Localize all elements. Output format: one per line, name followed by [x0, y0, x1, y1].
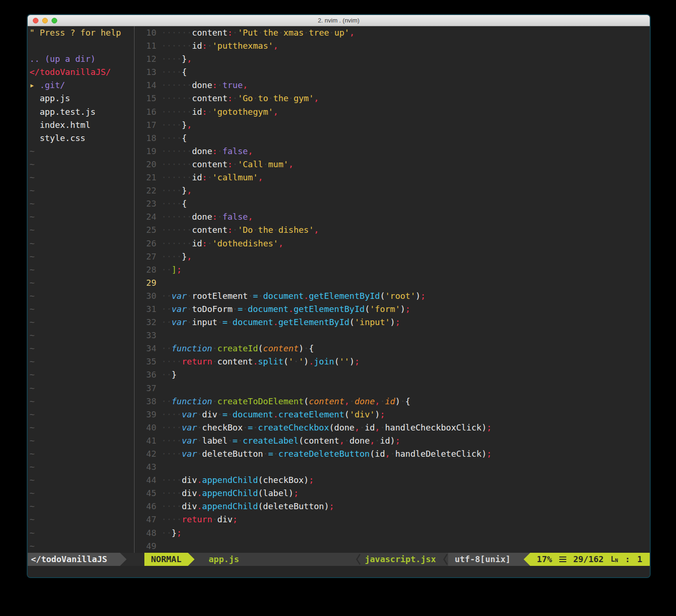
code-token: ~	[30, 291, 35, 301]
code-line[interactable]: 38··function·createToDoElement(content,·…	[141, 395, 650, 408]
whitespace-dot: ·	[166, 133, 172, 143]
tree-item[interactable]	[30, 39, 134, 52]
tree-item[interactable]: " Press ? for help	[30, 26, 134, 39]
code-line[interactable]: 14······done:·true,	[141, 79, 650, 92]
code-line[interactable]: 19······done:·false,	[141, 145, 650, 158]
empty-line-tilde: ~	[30, 237, 134, 250]
code-line[interactable]: 49	[141, 540, 650, 553]
code-token: ~	[30, 423, 35, 432]
code-token: (	[365, 304, 370, 314]
whitespace-dot: ·	[182, 225, 187, 235]
tree-item[interactable]: </todoVanillaJS/	[30, 66, 134, 79]
code-token: app.js	[30, 93, 70, 103]
code-line[interactable]: 37	[141, 382, 650, 395]
code-line[interactable]: 41····var·label·=·createLabel(content,·d…	[141, 434, 650, 447]
code-line[interactable]: 25······content:·'Do·the·dishes',	[141, 223, 650, 237]
code-line[interactable]: 31··var·toDoForm·=·document.getElementBy…	[141, 303, 650, 316]
empty-line-tilde: ~	[30, 250, 134, 263]
code-token: ;	[487, 423, 492, 432]
code-line[interactable]: 48··};	[141, 527, 650, 540]
whitespace-dot: ·	[177, 107, 182, 117]
code-line[interactable]: 24······done:·false,	[141, 210, 650, 223]
titlebar[interactable]: 2. nvim . (nvim)	[28, 15, 650, 26]
whitespace-dot: ·	[172, 107, 177, 117]
code-token: :	[202, 238, 207, 248]
code-token: (	[345, 409, 350, 419]
close-button[interactable]	[33, 18, 38, 23]
code-line[interactable]: 16······id:·'gotothegym',	[141, 105, 650, 119]
empty-line-tilde: ~	[30, 184, 134, 197]
empty-line-tilde: ~	[30, 421, 134, 434]
empty-line-tilde: ~	[30, 368, 134, 381]
whitespace-dot: ·	[258, 28, 263, 37]
empty-line-tilde: ~	[30, 487, 134, 500]
tree-item[interactable]: ▸ .git/	[30, 79, 134, 92]
code-token: " Press ? for help	[30, 28, 121, 37]
code-panel[interactable]: 10······content:·'Put·the·xmas·tree·up',…	[139, 26, 650, 553]
whitespace-dot: ·	[172, 423, 177, 432]
maximize-button[interactable]	[52, 18, 57, 23]
code-line[interactable]: 33	[141, 329, 650, 342]
code-line[interactable]: 12····},	[141, 52, 650, 66]
code-line[interactable]: 36··}	[141, 368, 650, 381]
tree-item[interactable]: index.html	[30, 119, 134, 132]
tree-item[interactable]: app.js	[30, 92, 134, 105]
code-line[interactable]: 45····div.appendChild(label);	[141, 487, 650, 500]
code-line[interactable]: 42····var·deleteButton·=·createDeleteBut…	[141, 447, 650, 460]
code-line[interactable]: 27····},	[141, 250, 650, 263]
whitespace-dot: ·	[182, 159, 187, 169]
code-line[interactable]: 13····{	[141, 66, 650, 79]
tree-item[interactable]: style.css	[30, 132, 134, 145]
code-line[interactable]: 20······content:·'Call·mum',	[141, 158, 650, 171]
code-token: ·'dothedishes'	[207, 238, 278, 248]
whitespace-dot: ·	[177, 238, 182, 248]
whitespace-dot: ·	[177, 146, 182, 156]
tree-item[interactable]: app.test.js	[30, 105, 134, 119]
code-token: 'div'	[349, 409, 375, 419]
line-number: 45	[141, 487, 157, 500]
code-line[interactable]: 17····},	[141, 119, 650, 132]
whitespace-dot: ·	[187, 80, 192, 90]
code-line[interactable]: 40····var·checkBox·=·createCheckbox(done…	[141, 421, 650, 434]
code-line[interactable]: 44····div.appendChild(checkBox);	[141, 474, 650, 487]
code-line[interactable]: 18····{	[141, 132, 650, 145]
code-token: ····return	[161, 514, 212, 524]
code-line[interactable]: 23····{	[141, 197, 650, 210]
code-line[interactable]: 29	[141, 276, 650, 289]
code-line[interactable]: 47····return·div;	[141, 513, 650, 526]
code-token: )·{	[395, 396, 411, 406]
whitespace-dot: ·	[212, 514, 218, 524]
code-line[interactable]: 22····},	[141, 184, 650, 197]
code-line[interactable]: 15······content:·'Go·to·the·gym',	[141, 92, 650, 105]
code-token: ··function	[161, 343, 212, 353]
code-line[interactable]: 32··var·input·=·document.getElementById(…	[141, 316, 650, 329]
code-line[interactable]: 35····return·content.split('·').join('')…	[141, 355, 650, 368]
code-line[interactable]: 11······id:·'putthexmas',	[141, 39, 650, 52]
line-number: 19	[141, 145, 157, 158]
whitespace-dot: ·	[161, 80, 166, 90]
tree-item[interactable]: .. (up a dir)	[30, 52, 134, 66]
code-token: .	[304, 291, 309, 301]
code-line[interactable]: 28··];	[141, 263, 650, 276]
code-line[interactable]: 21······id:·'callmum',	[141, 171, 650, 184]
code-line[interactable]: 10······content:·'Put·the·xmas·tree·up',	[141, 26, 650, 39]
minimize-button[interactable]	[42, 18, 48, 23]
code-token: ~	[30, 304, 35, 314]
whitespace-dot: ·	[182, 107, 187, 117]
vertical-split-separator[interactable]	[134, 26, 139, 553]
code-line[interactable]: 46····div.appendChild(deleteButton);	[141, 500, 650, 513]
code-token: ;	[177, 265, 182, 275]
code-line[interactable]: 34··function·createId(content)·{	[141, 342, 650, 355]
whitespace-dot: ·	[182, 28, 187, 37]
code-line[interactable]: 39····var·div·=·document.createElement('…	[141, 408, 650, 421]
code-token: ;	[233, 514, 238, 524]
code-line[interactable]: 26······id:·'dothedishes',	[141, 237, 650, 250]
code-token: ~	[30, 396, 35, 406]
nerdtree-panel[interactable]: " Press ? for help.. (up a dir)</todoVan…	[28, 26, 134, 553]
code-line[interactable]: 30··var·rootElement·=·document.getElemen…	[141, 289, 650, 303]
code-token: ·createDeleteButton	[273, 449, 370, 459]
whitespace-dot: ·	[166, 449, 172, 459]
whitespace-dot: ·	[166, 396, 172, 406]
code-line[interactable]: 43	[141, 460, 650, 474]
whitespace-dot: ·	[172, 159, 177, 169]
